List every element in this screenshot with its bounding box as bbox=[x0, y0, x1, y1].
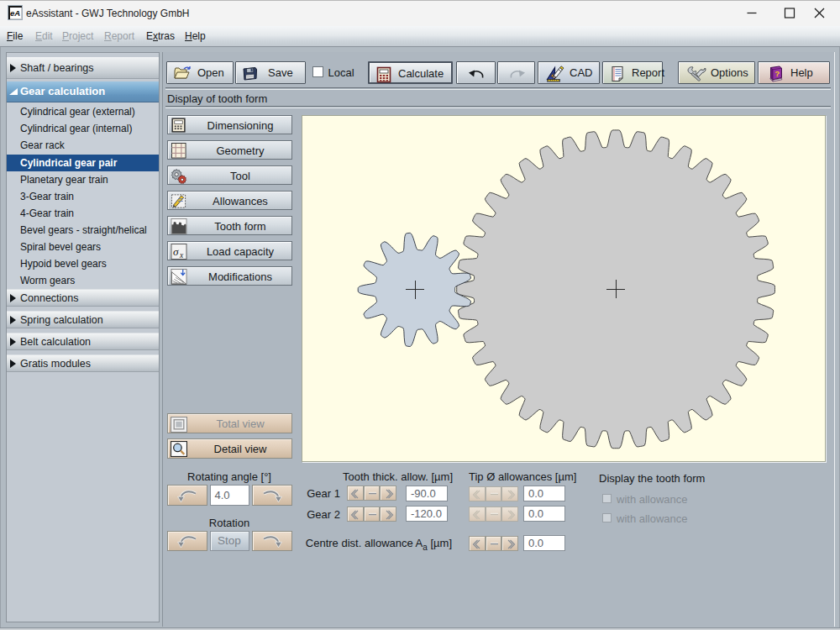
svg-text:x: x bbox=[178, 251, 183, 260]
svg-text:σ: σ bbox=[172, 244, 178, 257]
svg-text:?: ? bbox=[775, 69, 780, 78]
